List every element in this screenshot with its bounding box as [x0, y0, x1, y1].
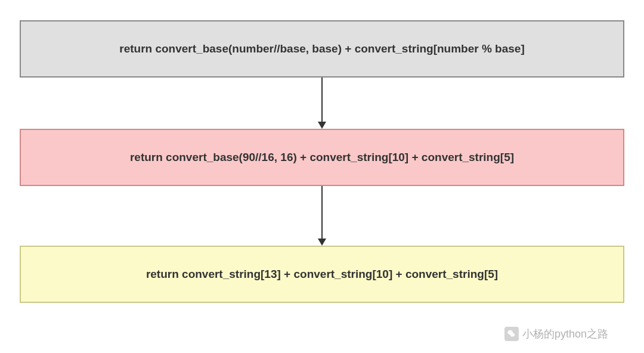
wechat-icon: [504, 327, 519, 341]
step-text-1: return convert_base(number//base, base) …: [119, 42, 524, 55]
step-box-1: return convert_base(number//base, base) …: [20, 20, 624, 78]
arrow-1: [321, 78, 323, 124]
step-box-3: return convert_string[13] + convert_stri…: [20, 246, 624, 303]
arrowhead-1: [318, 122, 326, 129]
arrow-2: [321, 186, 323, 241]
step-text-3: return convert_string[13] + convert_stri…: [146, 268, 498, 281]
watermark: 小杨的python之路: [504, 327, 608, 341]
arrowhead-2: [318, 239, 326, 246]
step-box-2: return convert_base(90//16, 16) + conver…: [20, 129, 624, 186]
flowchart-diagram: return convert_base(number//base, base) …: [0, 0, 644, 353]
watermark-text: 小杨的python之路: [522, 327, 608, 341]
step-text-2: return convert_base(90//16, 16) + conver…: [130, 151, 514, 164]
